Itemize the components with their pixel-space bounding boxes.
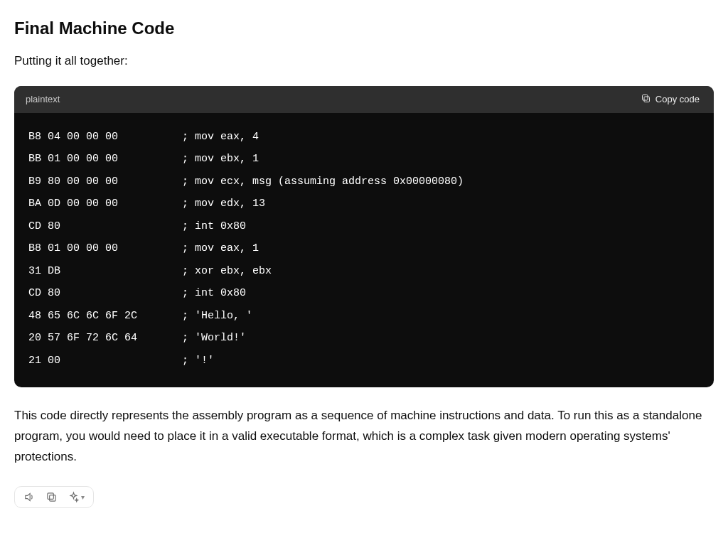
code-block-header: plaintext Copy code xyxy=(14,86,714,113)
section-heading: Final Machine Code xyxy=(14,18,714,38)
code-body[interactable]: B8 04 00 00 00 ; mov eax, 4 BB 01 00 00 … xyxy=(14,113,714,388)
code-block: plaintext Copy code B8 04 00 00 00 ; mov… xyxy=(14,86,714,388)
chevron-down-icon: ▾ xyxy=(81,493,85,501)
svg-rect-2 xyxy=(50,495,56,502)
read-aloud-button[interactable] xyxy=(23,491,36,503)
message-action-bar: ▾ xyxy=(14,486,94,508)
copy-code-label: Copy code xyxy=(655,94,700,104)
regenerate-button[interactable]: ▾ xyxy=(68,491,85,503)
copy-code-button[interactable]: Copy code xyxy=(638,92,702,107)
svg-rect-0 xyxy=(644,97,650,102)
svg-rect-1 xyxy=(642,95,648,100)
sparkle-icon xyxy=(68,491,80,503)
copy-icon xyxy=(641,93,651,106)
svg-rect-3 xyxy=(48,493,54,500)
outro-text: This code directly represents the assemb… xyxy=(14,406,714,468)
code-language-label: plaintext xyxy=(26,94,60,104)
intro-text: Putting it all together: xyxy=(14,51,714,72)
copy-message-button[interactable] xyxy=(46,491,58,503)
